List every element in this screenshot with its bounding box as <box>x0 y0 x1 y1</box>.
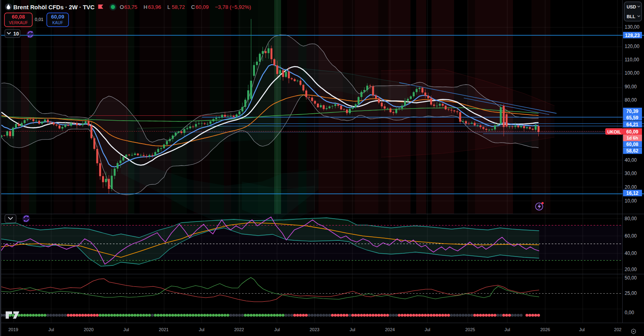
svg-text:UKOIL: UKOIL <box>607 129 621 134</box>
svg-text:60,09: 60,09 <box>626 129 638 135</box>
svg-text:Jul: Jul <box>504 327 510 332</box>
svg-text:58,72: 58,72 <box>172 4 185 10</box>
svg-text:80,00: 80,00 <box>625 216 637 221</box>
svg-text:2025: 2025 <box>465 327 475 332</box>
svg-text:10,00: 10,00 <box>625 198 637 204</box>
svg-text:Jul: Jul <box>425 327 430 332</box>
svg-text:L: L <box>167 4 170 10</box>
svg-text:50,00: 50,00 <box>625 275 637 281</box>
svg-text:VERKAUF: VERKAUF <box>9 21 28 25</box>
svg-text:20,00: 20,00 <box>625 267 637 272</box>
svg-text:110,00: 110,00 <box>625 57 639 63</box>
svg-text:2026: 2026 <box>540 327 550 332</box>
svg-text:40,00: 40,00 <box>625 250 637 256</box>
svg-text:1d 6h: 1d 6h <box>627 136 638 140</box>
svg-text:65,59: 65,59 <box>626 115 638 121</box>
svg-text:Brent Rohöl CFDs · 2W · TVC: Brent Rohöl CFDs · 2W · TVC <box>13 4 95 10</box>
svg-text:C: C <box>191 4 195 10</box>
svg-text:60,09: 60,09 <box>51 14 65 20</box>
svg-text:0,00: 0,00 <box>625 310 634 315</box>
svg-text:63,75: 63,75 <box>124 4 138 10</box>
svg-text:USD: USD <box>627 4 636 9</box>
svg-text:63,96: 63,96 <box>148 4 161 10</box>
svg-text:BLL: BLL <box>627 14 636 19</box>
svg-text:Jul: Jul <box>123 327 129 332</box>
svg-text:130,00: 130,00 <box>625 24 640 30</box>
svg-text:20,00: 20,00 <box>625 184 637 190</box>
svg-text:70,39: 70,39 <box>626 109 638 114</box>
svg-text:60,08: 60,08 <box>12 14 25 20</box>
svg-text:60,08: 60,08 <box>626 142 638 147</box>
svg-text:80,00: 80,00 <box>625 97 637 103</box>
svg-text:2020: 2020 <box>84 327 94 332</box>
svg-text:Jul: Jul <box>350 327 355 332</box>
svg-text:100,00: 100,00 <box>625 70 640 76</box>
svg-text:128,23: 128,23 <box>625 33 640 38</box>
svg-text:2019: 2019 <box>8 327 18 332</box>
svg-text:40,00: 40,00 <box>625 157 637 163</box>
svg-text:60,09: 60,09 <box>196 4 209 10</box>
svg-text:0,01: 0,01 <box>35 17 43 22</box>
svg-text:64,21: 64,21 <box>626 122 638 127</box>
svg-text:Jul: Jul <box>579 327 585 332</box>
svg-text:2022: 2022 <box>234 327 244 332</box>
svg-text:H: H <box>144 4 147 10</box>
svg-text:16,12: 16,12 <box>626 190 638 196</box>
svg-text:202: 202 <box>614 327 621 332</box>
svg-text:30,00: 30,00 <box>625 171 637 176</box>
svg-text:2023: 2023 <box>310 327 319 332</box>
svg-text:O: O <box>120 4 124 10</box>
svg-text:2024: 2024 <box>385 327 395 332</box>
svg-text:120,00: 120,00 <box>625 44 640 49</box>
svg-text:60,00: 60,00 <box>625 233 637 239</box>
svg-text:25,00: 25,00 <box>625 290 637 296</box>
svg-text:−3,78 (−5,92%): −3,78 (−5,92%) <box>215 4 251 10</box>
svg-text:Jul: Jul <box>274 327 280 332</box>
svg-text:Jul: Jul <box>199 327 204 332</box>
svg-text:2021: 2021 <box>159 327 169 332</box>
svg-text:Jul: Jul <box>48 327 54 332</box>
svg-text:10: 10 <box>13 31 19 37</box>
svg-text:58,62: 58,62 <box>626 148 638 154</box>
svg-text:90,00: 90,00 <box>625 84 637 90</box>
svg-text:KAUF: KAUF <box>52 21 63 25</box>
